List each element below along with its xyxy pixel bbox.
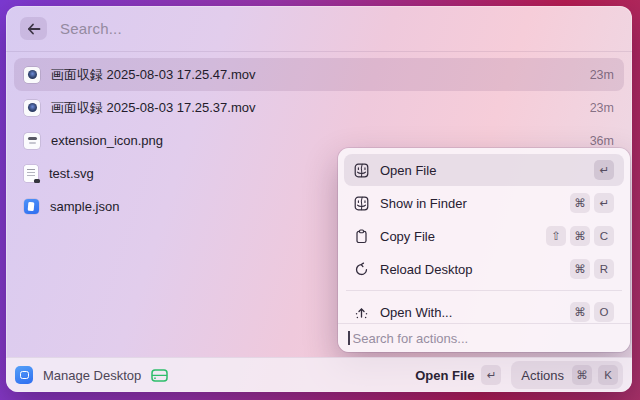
file-age: 23m xyxy=(590,68,614,82)
menu-item-open-with[interactable]: Open With... ⌘ O xyxy=(344,296,624,323)
menu-item-label: Copy File xyxy=(380,229,435,244)
back-button[interactable] xyxy=(20,17,47,40)
key-cmd: ⌘ xyxy=(572,365,592,385)
key-cmd: ⌘ xyxy=(570,226,590,246)
menu-divider xyxy=(346,290,622,291)
status-bar-actions: Open File ↵ Actions ⌘ K xyxy=(415,361,623,389)
key-cmd: ⌘ xyxy=(570,302,590,322)
menu-item-label: Show in Finder xyxy=(380,196,467,211)
key-return: ↵ xyxy=(481,365,501,385)
shortcut-keys: ⌘ R xyxy=(570,259,614,279)
text-caret xyxy=(348,331,350,345)
menu-item-copy-file[interactable]: Copy File ⇧ ⌘ C xyxy=(344,220,624,252)
menu-item-open-file[interactable]: Open File ↵ xyxy=(344,154,624,186)
json-file-icon xyxy=(24,199,39,214)
menu-item-reload-desktop[interactable]: Reload Desktop ⌘ R xyxy=(344,253,624,285)
finder-icon xyxy=(354,196,369,211)
key-c: C xyxy=(594,226,614,246)
shortcut-keys: ⇧ ⌘ C xyxy=(546,226,614,246)
hard-drive-icon xyxy=(151,369,168,382)
search-input[interactable]: Search... xyxy=(60,20,122,37)
actions-label: Actions xyxy=(521,368,564,383)
file-row[interactable]: 画面収録 2025-08-03 17.25.47.mov 23m xyxy=(14,58,624,91)
key-return: ↵ xyxy=(594,193,614,213)
actions-menu-list: Open File ↵ Show in Finder ⌘ xyxy=(338,148,630,323)
actions-menu: Open File ↵ Show in Finder ⌘ xyxy=(338,148,630,352)
app-name: Manage Desktop xyxy=(43,368,141,383)
finder-icon xyxy=(354,163,369,178)
actions-search-placeholder: Search for actions... xyxy=(353,331,469,346)
file-name: 画面収録 2025-08-03 17.25.47.mov xyxy=(51,66,256,84)
key-r: R xyxy=(594,259,614,279)
launcher-window: Search... 画面収録 2025-08-03 17.25.47.mov 2… xyxy=(6,6,632,392)
shortcut-keys: ⌘ O xyxy=(570,302,614,322)
key-k: K xyxy=(598,365,618,385)
search-header: Search... xyxy=(6,6,632,52)
file-age: 36m xyxy=(590,134,614,148)
arrow-left-icon xyxy=(27,23,41,35)
key-shift: ⇧ xyxy=(546,226,566,246)
menu-item-label: Reload Desktop xyxy=(380,262,473,277)
shortcut-keys: ⌘ ↵ xyxy=(570,193,614,213)
status-bar: Manage Desktop Open File ↵ Actions ⌘ K xyxy=(6,357,632,392)
menu-item-show-in-finder[interactable]: Show in Finder ⌘ ↵ xyxy=(344,187,624,219)
file-name: extension_icon.png xyxy=(51,133,163,148)
primary-action-button[interactable]: Open File ↵ xyxy=(415,365,501,385)
file-name: sample.json xyxy=(50,199,119,214)
shortcut-keys: ↵ xyxy=(594,160,614,180)
reload-icon xyxy=(354,262,369,277)
key-cmd: ⌘ xyxy=(570,193,590,213)
image-file-icon xyxy=(24,133,40,149)
key-return: ↵ xyxy=(594,160,614,180)
key-cmd: ⌘ xyxy=(570,259,590,279)
clipboard-icon xyxy=(354,229,369,244)
file-name: 画面収録 2025-08-03 17.25.37.mov xyxy=(51,99,256,117)
file-name: test.svg xyxy=(49,166,94,181)
actions-button[interactable]: Actions ⌘ K xyxy=(511,361,623,389)
actions-search-input[interactable]: Search for actions... xyxy=(338,323,630,352)
open-with-icon xyxy=(354,305,369,320)
key-o: O xyxy=(594,302,614,322)
primary-action-label: Open File xyxy=(415,368,474,383)
manage-desktop-app-icon xyxy=(15,366,33,384)
svg-file-icon xyxy=(24,165,38,182)
quicktime-movie-icon xyxy=(24,100,40,116)
menu-item-label: Open With... xyxy=(380,305,452,320)
file-row[interactable]: 画面収録 2025-08-03 17.25.37.mov 23m xyxy=(14,91,624,124)
quicktime-movie-icon xyxy=(24,67,40,83)
menu-item-label: Open File xyxy=(380,163,436,178)
file-age: 23m xyxy=(590,101,614,115)
